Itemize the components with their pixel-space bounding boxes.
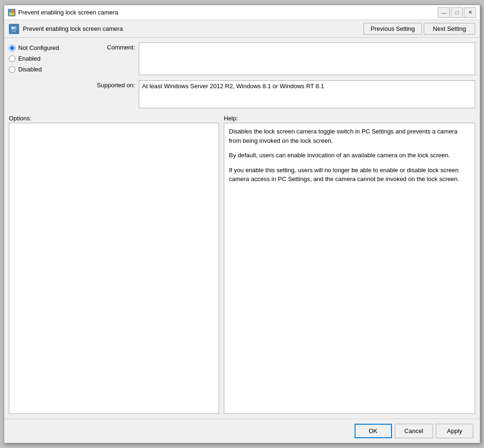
supported-on-label: Supported on: <box>88 80 135 89</box>
supported-on-wrapper: At least Windows Server 2012 R2, Windows… <box>139 80 475 108</box>
panels-section: Disables the lock screen camera toggle s… <box>9 123 475 414</box>
radio-disabled-input[interactable] <box>9 66 15 73</box>
radio-disabled-label: Disabled <box>18 66 42 73</box>
svg-rect-8 <box>14 27 16 27</box>
previous-setting-button[interactable]: Previous Setting <box>363 23 422 35</box>
toolbar-buttons: Previous Setting Next Setting <box>363 23 475 35</box>
apply-button[interactable]: Apply <box>436 424 473 438</box>
svg-rect-9 <box>14 28 16 28</box>
title-bar: Prevent enabling lock screen camera — □ … <box>4 5 480 20</box>
svg-rect-1 <box>12 10 14 13</box>
comment-label: Comment: <box>88 42 135 51</box>
right-section: Comment: Supported on: At least Windows … <box>88 42 475 108</box>
toolbar-left: Prevent enabling lock screen camera <box>9 24 123 34</box>
radio-disabled[interactable]: Disabled <box>9 66 84 73</box>
window-title: Prevent enabling lock screen camera <box>18 9 118 16</box>
svg-rect-10 <box>14 28 16 29</box>
section-labels: Options: Help: <box>9 115 475 122</box>
cancel-button[interactable]: Cancel <box>395 424 433 438</box>
svg-rect-3 <box>12 13 14 15</box>
minimize-button[interactable]: — <box>438 7 450 18</box>
svg-rect-0 <box>9 10 12 13</box>
radio-not-configured-label: Not Configured <box>18 44 59 51</box>
svg-rect-5 <box>12 30 16 31</box>
maximize-button[interactable]: □ <box>451 7 463 18</box>
supported-on-row: Supported on: At least Windows Server 20… <box>88 80 475 108</box>
next-setting-button[interactable]: Next Setting <box>424 23 475 35</box>
radio-not-configured-input[interactable] <box>9 45 15 51</box>
toolbar: Prevent enabling lock screen camera Prev… <box>4 20 480 38</box>
comment-textarea[interactable] <box>139 42 475 75</box>
help-paragraph-3: If you enable this setting, users will n… <box>229 166 470 184</box>
radio-group: Not Configured Enabled Disabled <box>9 42 84 108</box>
top-section: Not Configured Enabled Disabled Comment: <box>9 42 475 108</box>
close-button[interactable]: ✕ <box>464 7 476 18</box>
radio-enabled-input[interactable] <box>9 56 15 62</box>
help-section-label: Help: <box>224 115 475 122</box>
ok-button[interactable]: OK <box>355 424 392 438</box>
radio-enabled[interactable]: Enabled <box>9 55 84 62</box>
policy-icon <box>9 24 19 34</box>
radio-not-configured[interactable]: Not Configured <box>9 44 84 51</box>
help-paragraph-1: Disables the lock screen camera toggle s… <box>229 127 470 145</box>
content-area: Not Configured Enabled Disabled Comment: <box>4 38 480 419</box>
radio-enabled-label: Enabled <box>18 55 41 62</box>
svg-rect-2 <box>9 13 12 15</box>
toolbar-title: Prevent enabling lock screen camera <box>23 25 123 32</box>
svg-rect-7 <box>12 27 14 28</box>
options-section-label: Options: <box>9 115 219 122</box>
comment-textarea-wrapper <box>139 42 475 77</box>
help-panel: Disables the lock screen camera toggle s… <box>224 123 475 414</box>
help-paragraph-2: By default, users can enable invocation … <box>229 151 470 160</box>
supported-on-value: At least Windows Server 2012 R2, Windows… <box>139 80 475 108</box>
options-panel <box>9 123 219 414</box>
title-bar-controls: — □ ✕ <box>438 7 476 18</box>
window-icon <box>8 9 15 16</box>
svg-rect-6 <box>13 31 15 32</box>
main-window: Prevent enabling lock screen camera — □ … <box>4 5 480 443</box>
title-bar-left: Prevent enabling lock screen camera <box>8 9 118 16</box>
footer: OK Cancel Apply <box>4 419 480 443</box>
comment-row: Comment: <box>88 42 475 77</box>
